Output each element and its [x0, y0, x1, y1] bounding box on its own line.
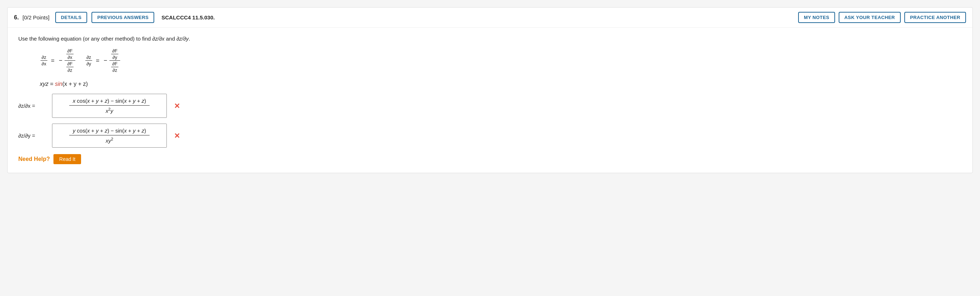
dzdy-denominator: xy2: [102, 135, 116, 144]
dzdx-fraction: x cos(x + y + z) − sin(x + y + z) x2y: [69, 97, 150, 115]
formula-frac1: ∂F ∂x ∂F ∂z: [65, 48, 75, 73]
dzdx-answer-row: ∂z/∂x = x cos(x + y + z) − sin(x + y + z…: [18, 94, 962, 118]
dzdy-fraction: y cos(x + y + z) − sin(x + y + z) xy2: [69, 127, 150, 144]
need-help-label: Need Help?: [18, 156, 50, 162]
eq1: =: [51, 57, 54, 64]
dFdz1: ∂F ∂z: [66, 61, 73, 73]
details-button[interactable]: DETAILS: [55, 12, 87, 23]
equation-line: xyz = sin(x + y + z): [40, 81, 962, 87]
dzdy-answer-box: y cos(x + y + z) − sin(x + y + z) xy2: [52, 123, 167, 148]
dzdy-answer-row: ∂z/∂y = y cos(x + y + z) − sin(x + y + z…: [18, 123, 962, 148]
question-number-text: 6.: [14, 14, 19, 21]
dzdx-label: ∂z/∂x =: [18, 103, 47, 109]
need-help-section: Need Help? Read It: [18, 154, 962, 164]
neg2: −: [103, 57, 107, 64]
my-notes-button[interactable]: MY NOTES: [798, 12, 835, 23]
instruction-text: Use the following equation (or any other…: [18, 35, 962, 42]
dzdx-wrong-icon: ✕: [174, 102, 180, 110]
dzdx-answer-box: x cos(x + y + z) − sin(x + y + z) x2y: [52, 94, 167, 118]
neg1: −: [59, 57, 62, 64]
previous-answers-button[interactable]: PREVIOUS ANSWERS: [91, 12, 154, 23]
eq2: =: [96, 57, 99, 64]
ask-teacher-button[interactable]: ASK YOUR TEACHER: [838, 12, 901, 23]
question-code: SCALCCC4 11.5.030.: [161, 14, 215, 21]
question-container: 6. [0/2 Points] DETAILS PREVIOUS ANSWERS…: [7, 7, 973, 173]
dzdx-numerator: x cos(x + y + z) − sin(x + y + z): [69, 97, 150, 106]
dzdx-lhs: ∂z ∂x: [41, 54, 47, 66]
practice-another-button[interactable]: PRACTICE ANOTHER: [904, 12, 966, 23]
dFdy: ∂F ∂y: [111, 48, 118, 60]
question-header: 6. [0/2 Points] DETAILS PREVIOUS ANSWERS…: [8, 8, 972, 28]
dzdx-denominator: x2y: [102, 106, 116, 115]
dzdy-label: ∂z/∂y =: [18, 133, 47, 139]
right-buttons: MY NOTES ASK YOUR TEACHER PRACTICE ANOTH…: [798, 12, 966, 23]
points-text: [0/2 Points]: [22, 14, 49, 21]
eq-xyz: xyz = sin(x + y + z): [40, 81, 88, 87]
dzdy-numerator: y cos(x + y + z) − sin(x + y + z): [69, 127, 150, 135]
formula-block: ∂z ∂x = − ∂F ∂x ∂F: [40, 48, 962, 73]
question-number: 6. [0/2 Points]: [14, 14, 49, 21]
dFdz2: ∂F ∂z: [111, 61, 118, 73]
question-body: Use the following equation (or any other…: [8, 28, 972, 173]
read-it-button[interactable]: Read It: [53, 154, 81, 164]
formula-frac2: ∂F ∂y ∂F ∂z: [110, 48, 120, 73]
dzdy-wrong-icon: ✕: [174, 131, 180, 140]
dzdy-lhs: ∂z ∂y: [85, 54, 92, 66]
dFdx: ∂F ∂x: [66, 48, 73, 60]
